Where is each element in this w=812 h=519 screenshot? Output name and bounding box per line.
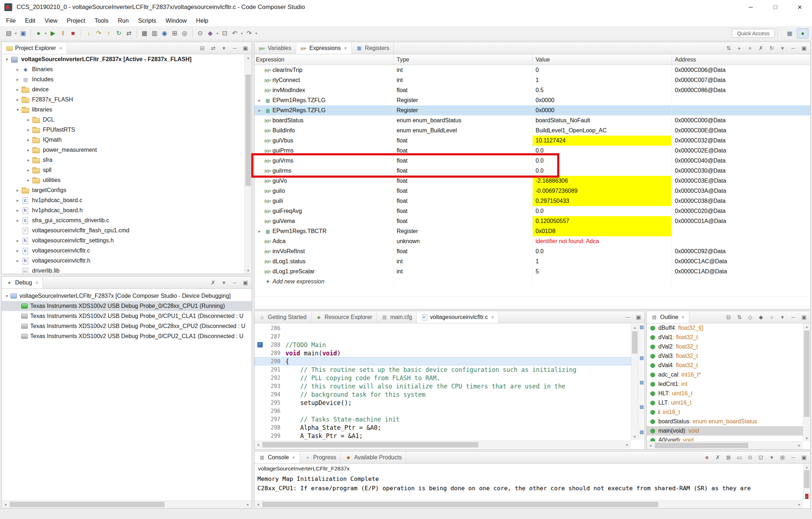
- scrollbar-thumb[interactable]: [262, 502, 658, 507]
- expander-icon[interactable]: ▸: [14, 258, 21, 263]
- menu-edit[interactable]: Edit: [21, 14, 40, 26]
- column-header-address[interactable]: Address: [672, 54, 810, 65]
- code-line[interactable]: 289void main(void): [254, 349, 631, 357]
- expression-row[interactable]: guiIofloat-0.006972360890x0000C03A@Data: [254, 186, 810, 196]
- hide-fields-icon[interactable]: ◇: [747, 314, 753, 320]
- tree-item[interactable]: ▸targetConfigs: [2, 185, 244, 195]
- scroll-left-arrow[interactable]: ◂: [254, 501, 262, 508]
- annotation-mark[interactable]: [640, 431, 644, 434]
- expander-icon[interactable]: ▸: [256, 108, 263, 113]
- expander-icon[interactable]: ▸: [14, 248, 21, 253]
- expression-row[interactable]: boardStatusenum enum_boardStatusboardSta…: [254, 115, 810, 126]
- remove-selected-icon[interactable]: ×: [747, 45, 753, 51]
- minimize-icon[interactable]: ─: [624, 314, 631, 320]
- menu-help[interactable]: Help: [191, 14, 213, 26]
- tab-debug[interactable]: Debug×: [2, 277, 43, 288]
- ccs-edit-perspective-button[interactable]: ▦: [784, 28, 795, 38]
- tree-item[interactable]: ▸IQmath: [2, 135, 244, 145]
- annotation-mark[interactable]: [640, 356, 644, 360]
- tree-item[interactable]: ▸Includes: [2, 74, 244, 85]
- tree-item[interactable]: ▸spll: [2, 165, 244, 175]
- scroll-up-arrow[interactable]: ▴: [631, 324, 638, 331]
- maximize-button[interactable]: □: [763, 0, 788, 14]
- expander-icon[interactable]: ▸: [14, 238, 21, 243]
- expression-row[interactable]: BuildInfoenum enum_BuildLevelBuildLevel1…: [254, 126, 810, 136]
- tab-registers[interactable]: Registers: [352, 42, 394, 54]
- display-selected-console-icon[interactable]: ▾: [768, 454, 775, 461]
- back-icon[interactable]: ↶: [230, 28, 240, 38]
- close-tab-icon[interactable]: ×: [292, 455, 295, 460]
- grid-icon[interactable]: ⊞: [170, 28, 180, 38]
- expression-row[interactable]: ▸EPwm1Regs.TBCTRRegister0x01D8: [254, 226, 810, 236]
- code-line[interactable]: 298 Alpha_State_Ptr = &A0;: [254, 423, 631, 432]
- tree-item[interactable]: ▾libraries: [2, 105, 244, 115]
- expander-icon[interactable]: ▸: [25, 178, 32, 183]
- scroll-left-arrow[interactable]: ◂: [254, 441, 262, 449]
- remove-all-terminated-icon[interactable]: ✗: [210, 279, 216, 286]
- tab-expressions[interactable]: Expressions×: [296, 42, 352, 54]
- tab-console[interactable]: Console×: [254, 451, 300, 463]
- tab-outline[interactable]: Outline×: [647, 311, 689, 323]
- outline-item[interactable]: adc_cal : int16_t*: [647, 370, 803, 379]
- tree-item[interactable]: ▸voltagesourceinvlcfltr.c: [2, 246, 244, 256]
- tree-item[interactable]: voltagesourceinvlcfltr_flash_cpu1.cmd: [2, 226, 244, 236]
- tree-item[interactable]: ▸hv1phdcac_board.h: [2, 205, 244, 215]
- tree-item[interactable]: ▸hv1phdcac_board.c: [2, 195, 244, 205]
- outline-item[interactable]: dVal2 : float32_t: [647, 342, 803, 351]
- collapse-all-icon[interactable]: ⊟: [725, 314, 732, 320]
- expression-row[interactable]: dLog1.preScalarint50x0000C1AD@Data: [254, 267, 810, 277]
- code-line[interactable]: 293 // this routine will also initialize…: [254, 382, 631, 390]
- code-line[interactable]: 292 // PLL copying code from FLASH to RA…: [254, 374, 631, 382]
- scroll-down-arrow[interactable]: ▾: [631, 433, 638, 440]
- annotation-mark[interactable]: [640, 381, 644, 384]
- outline-item[interactable]: i : int16_t: [647, 408, 803, 417]
- scrollbar-thumb[interactable]: [804, 331, 809, 417]
- menu-window[interactable]: Window: [161, 14, 191, 26]
- view-menu-icon[interactable]: ▾: [779, 45, 786, 51]
- scroll-down-arrow[interactable]: ▾: [245, 267, 252, 274]
- editor-vscrollbar[interactable]: ▴ ▾: [631, 324, 638, 440]
- add-new-expression-icon[interactable]: +: [736, 45, 743, 51]
- tab-project-explorer[interactable]: Project Explorer×: [2, 42, 67, 54]
- outline-item[interactable]: dVal4 : float32_t: [647, 361, 803, 370]
- outline-item[interactable]: ledCnt1 : int: [647, 379, 803, 389]
- expander-icon[interactable]: ▸: [256, 98, 263, 103]
- save-icon[interactable]: ▣: [18, 28, 28, 38]
- expander-icon[interactable]: ▸: [25, 127, 32, 132]
- dropdown-arrow-icon[interactable]: ▾: [215, 32, 220, 35]
- debug-item[interactable]: ▾voltageSourceInverterLCFltr_F2837x [Cod…: [2, 291, 252, 301]
- tree-item[interactable]: ▸device: [2, 85, 244, 95]
- scroll-down-arrow[interactable]: ▾: [803, 493, 810, 500]
- outline-item[interactable]: LLT : uint16_t: [647, 398, 803, 408]
- remove-all-icon[interactable]: ✗: [758, 45, 764, 51]
- tree-item[interactable]: ▸sfra: [2, 155, 244, 165]
- dropdown-arrow-icon[interactable]: ▾: [14, 32, 18, 35]
- expression-row[interactable]: invModIndexfloat0.50x0000C086@Data: [254, 85, 810, 95]
- outline-item[interactable]: A0(void) : void: [647, 436, 803, 441]
- refresh-icon[interactable]: ⇄: [124, 28, 134, 38]
- memory-view-icon[interactable]: ▦: [139, 28, 149, 38]
- maximize-icon[interactable]: ▣: [801, 314, 807, 320]
- close-tab-icon[interactable]: ×: [59, 45, 62, 51]
- restart-icon[interactable]: ↻: [114, 28, 124, 38]
- view-menu-icon[interactable]: ▾: [221, 279, 227, 286]
- scroll-right-arrow[interactable]: ▸: [244, 501, 252, 508]
- expander-icon[interactable]: ▸: [14, 188, 21, 193]
- expander-icon[interactable]: ▾: [3, 57, 10, 62]
- tab-getting-started[interactable]: Getting Started: [254, 311, 311, 323]
- minimize-icon[interactable]: ─: [231, 45, 238, 51]
- menu-tools[interactable]: Tools: [90, 14, 113, 26]
- annotation-mark[interactable]: [640, 405, 644, 409]
- tree-item[interactable]: ▸utilities: [2, 175, 244, 185]
- ccs-debug-perspective-button[interactable]: ●: [797, 28, 808, 38]
- step-over-icon[interactable]: ↷: [94, 28, 104, 38]
- maximize-icon[interactable]: ▣: [635, 314, 642, 320]
- expression-row[interactable]: ▸EPwm2Regs.TZFLGRegister0x0000: [254, 105, 810, 115]
- scroll-left-arrow[interactable]: ◂: [647, 442, 654, 449]
- minimize-icon[interactable]: ─: [790, 45, 797, 51]
- outline-item[interactable]: main(void) : void: [647, 426, 803, 436]
- terminate-icon[interactable]: ■: [68, 28, 78, 38]
- scroll-up-arrow[interactable]: ▴: [803, 323, 810, 330]
- debug-item[interactable]: Texas Instruments XDS100v2 USB Debug Pro…: [2, 301, 252, 311]
- hide-static-members-icon[interactable]: ◆: [758, 314, 764, 320]
